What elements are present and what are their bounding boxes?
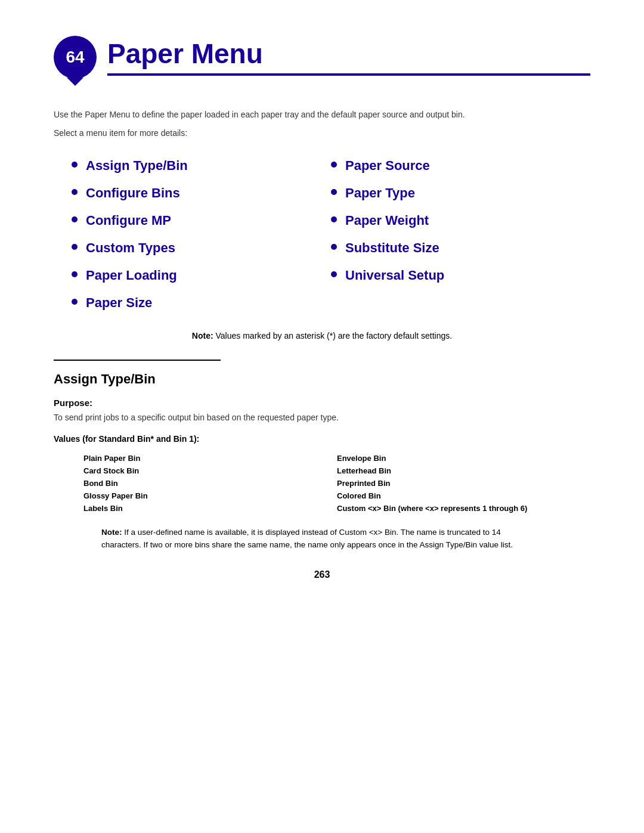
menu-link-paper-source[interactable]: Paper Source xyxy=(345,158,430,174)
bullet-icon xyxy=(331,162,337,168)
select-prompt: Select a menu item for more details: xyxy=(54,128,590,138)
value-labels-bin: Labels Bin xyxy=(83,502,337,515)
page-title: Paper Menu xyxy=(107,39,590,69)
bullet-icon xyxy=(331,271,337,277)
bullet-icon xyxy=(72,189,78,195)
bullet-icon xyxy=(72,162,78,168)
values-label: Values (for Standard Bin* and Bin 1): xyxy=(54,434,590,444)
menu-item-universal-setup[interactable]: Universal Setup xyxy=(331,262,590,289)
menu-link-configure-mp[interactable]: Configure MP xyxy=(86,213,171,228)
value-bond-bin: Bond Bin xyxy=(83,477,337,490)
menu-item-paper-type[interactable]: Paper Type xyxy=(331,179,590,207)
purpose-label: Purpose: xyxy=(54,398,590,408)
value-letterhead-bin: Letterhead Bin xyxy=(337,465,590,477)
intro-description: Use the Paper Menu to define the paper l… xyxy=(54,109,590,121)
menu-link-configure-bins[interactable]: Configure Bins xyxy=(86,185,180,201)
menu-link-paper-loading[interactable]: Paper Loading xyxy=(86,268,177,283)
bottom-note-label: Note: xyxy=(101,528,122,537)
bullet-icon xyxy=(331,189,337,195)
menu-item-substitute-size[interactable]: Substitute Size xyxy=(331,234,590,262)
bullet-icon xyxy=(72,244,78,250)
menu-item-configure-bins[interactable]: Configure Bins xyxy=(72,179,331,207)
bullet-icon xyxy=(72,271,78,277)
menu-item-configure-mp[interactable]: Configure MP xyxy=(72,207,331,234)
bullet-icon xyxy=(72,216,78,222)
page-number: 263 xyxy=(54,569,590,580)
bullet-icon xyxy=(331,244,337,250)
menu-link-paper-size[interactable]: Paper Size xyxy=(86,295,152,311)
chapter-number: 64 xyxy=(66,48,84,67)
chapter-badge: 64 xyxy=(54,36,97,79)
bullet-icon xyxy=(331,216,337,222)
value-glossy-paper-bin: Glossy Paper Bin xyxy=(83,490,337,502)
section-divider xyxy=(54,360,221,361)
bottom-note-text: If a user-defined name is available, it … xyxy=(101,528,513,549)
menu-left-col: Assign Type/Bin Configure Bins Configure… xyxy=(72,152,331,317)
purpose-text: To send print jobs to a specific output … xyxy=(54,413,590,422)
menu-item-paper-size[interactable]: Paper Size xyxy=(72,289,331,317)
value-plain-paper-bin: Plain Paper Bin xyxy=(83,452,337,465)
bottom-note: Note: If a user-defined name is availabl… xyxy=(101,527,543,552)
menu-link-universal-setup[interactable]: Universal Setup xyxy=(345,268,444,283)
menu-item-custom-types[interactable]: Custom Types xyxy=(72,234,331,262)
menu-item-paper-loading[interactable]: Paper Loading xyxy=(72,262,331,289)
value-preprinted-bin: Preprinted Bin xyxy=(337,477,590,490)
header-section: 64 Paper Menu xyxy=(54,36,590,79)
bullet-icon xyxy=(72,299,78,305)
title-block: Paper Menu xyxy=(107,39,590,76)
menu-link-custom-types[interactable]: Custom Types xyxy=(86,240,175,256)
value-colored-bin: Colored Bin xyxy=(337,490,590,502)
menu-link-substitute-size[interactable]: Substitute Size xyxy=(345,240,439,256)
note-label: Note: xyxy=(192,331,213,340)
menu-link-paper-type[interactable]: Paper Type xyxy=(345,185,415,201)
value-card-stock-bin: Card Stock Bin xyxy=(83,465,337,477)
top-note: Note: Values marked by an asterisk (*) a… xyxy=(54,331,590,340)
value-envelope-bin: Envelope Bin xyxy=(337,452,590,465)
menu-link-paper-weight[interactable]: Paper Weight xyxy=(345,213,429,228)
menu-grid: Assign Type/Bin Configure Bins Configure… xyxy=(54,152,590,317)
menu-item-assign-type-bin[interactable]: Assign Type/Bin xyxy=(72,152,331,179)
menu-link-assign-type-bin[interactable]: Assign Type/Bin xyxy=(86,158,188,174)
title-underline xyxy=(107,73,590,76)
assign-type-bin-title: Assign Type/Bin xyxy=(54,371,590,387)
note-text: Values marked by an asterisk (*) are the… xyxy=(213,331,452,340)
menu-item-paper-weight[interactable]: Paper Weight xyxy=(331,207,590,234)
value-custom-bin: Custom <x> Bin (where <x> represents 1 t… xyxy=(337,502,590,515)
values-table: Plain Paper Bin Envelope Bin Card Stock … xyxy=(83,452,590,515)
menu-right-col: Paper Source Paper Type Paper Weight Sub… xyxy=(331,152,590,317)
menu-item-paper-source[interactable]: Paper Source xyxy=(331,152,590,179)
